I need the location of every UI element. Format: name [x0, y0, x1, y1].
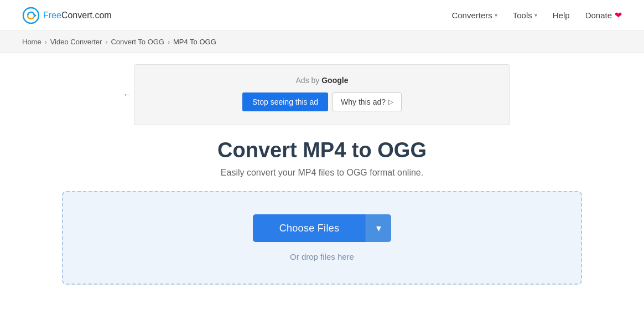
choose-files-row: Choose Files ▾: [253, 214, 392, 242]
logo-text: FreeConvert.com: [43, 11, 112, 20]
drop-files-label: Or drop files here: [290, 252, 354, 261]
breadcrumb-video-converter[interactable]: Video Converter: [50, 38, 102, 46]
why-this-ad-button[interactable]: Why this ad? ▷: [333, 92, 402, 111]
ad-buttons: Stop seeing this ad Why this ad? ▷: [242, 92, 402, 111]
breadcrumb-sep-1: ›: [45, 38, 47, 46]
breadcrumb-convert-to-ogg[interactable]: Convert To OGG: [111, 38, 164, 46]
site-header: FreeConvert.com Converters ▾ Tools ▾ Hel…: [0, 0, 644, 31]
choose-files-button[interactable]: Choose Files: [253, 214, 366, 242]
ad-box: Ads by Google Stop seeing this ad Why th…: [134, 64, 510, 125]
breadcrumb-current: MP4 To OGG: [173, 38, 216, 46]
upload-area[interactable]: Choose Files ▾ Or drop files here: [62, 191, 582, 285]
page-subtitle: Easily convert your MP4 files to OGG for…: [62, 168, 582, 178]
breadcrumb-home[interactable]: Home: [22, 38, 41, 46]
stop-seeing-ad-button[interactable]: Stop seeing this ad: [242, 92, 328, 111]
logo-icon: [22, 7, 40, 24]
main-nav: Converters ▾ Tools ▾ Help Donate ❤: [451, 10, 622, 20]
title-section: Convert MP4 to OGG Easily convert your M…: [62, 138, 582, 178]
tools-chevron-icon: ▾: [534, 12, 537, 18]
main-content: ← Ads by Google Stop seeing this ad Why …: [51, 53, 593, 307]
ads-by-google-label: Ads by Google: [296, 76, 349, 85]
nav-tools[interactable]: Tools ▾: [513, 11, 537, 20]
nav-converters[interactable]: Converters ▾: [451, 11, 497, 20]
breadcrumb: Home › Video Converter › Convert To OGG …: [22, 38, 622, 46]
chevron-down-icon: ▾: [376, 222, 381, 234]
svg-marker-1: [34, 14, 37, 17]
breadcrumb-sep-2: ›: [105, 38, 107, 46]
breadcrumb-sep-3: ›: [168, 38, 170, 46]
logo[interactable]: FreeConvert.com: [22, 7, 112, 24]
nav-donate[interactable]: Donate ❤: [585, 10, 622, 20]
converters-chevron-icon: ▾: [495, 12, 497, 18]
page-title: Convert MP4 to OGG: [62, 138, 582, 162]
nav-help[interactable]: Help: [553, 11, 570, 20]
heart-icon: ❤: [615, 10, 622, 20]
breadcrumb-bar: Home › Video Converter › Convert To OGG …: [0, 31, 644, 53]
ad-back-arrow-icon[interactable]: ←: [123, 90, 132, 100]
ad-container: ← Ads by Google Stop seeing this ad Why …: [134, 64, 510, 125]
why-ad-icon: ▷: [388, 98, 393, 106]
choose-files-dropdown-button[interactable]: ▾: [366, 214, 391, 242]
